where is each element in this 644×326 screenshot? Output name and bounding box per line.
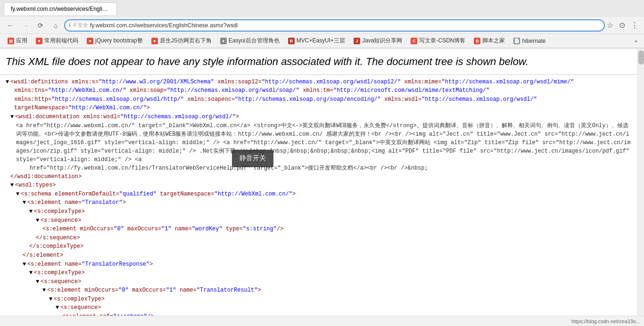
bookmarks-bar: ▦ 应用 ● 常用前端代码 ● jQuery bootstrap整 ● 原生JS… <box>0 34 644 48</box>
collapse-arrow-8[interactable]: ▼ <box>23 260 27 269</box>
active-tab[interactable]: fy.webxml.com.cn/webservices/EnglishChin… <box>4 2 117 15</box>
java-icon: J <box>354 38 360 44</box>
xml-line-20: ▼<s:element minOccurs="0" maxOccurs="1" … <box>6 286 632 295</box>
bookmark-easyui[interactable]: ● Easyui后台管理角色 <box>216 35 283 46</box>
xml-line-7: </wsdl:documentation> <box>6 172 632 181</box>
jiaobenzhi-icon: B <box>474 38 480 44</box>
collapse-arrow-11[interactable]: ▼ <box>42 286 47 295</box>
bookmark-csdn[interactable]: C 写文章-CSDN博客 <box>407 35 469 46</box>
xml-line-6: <a href="http://www.webxml.com.cn/" targ… <box>6 122 632 172</box>
status-bar: https://blog.csdn.net/zea19s... <box>0 316 644 326</box>
xml-line-22: ▼<s:sequence> <box>6 303 632 312</box>
menu-icon[interactable]: ⋮ <box>631 21 638 30</box>
security-label: 不安全 <box>73 22 88 29</box>
xml-line-21: ▼<s:complexType> <box>6 295 632 304</box>
collapse-arrow-5[interactable]: ▼ <box>23 198 27 207</box>
bookmark-frontend[interactable]: ● 常用前端代码 <box>32 35 82 46</box>
bookmark-js[interactable]: ● 原生JS仿网页右下角 <box>148 35 215 46</box>
xml-line-12: ▼<s:sequence> <box>6 216 632 225</box>
bookmark-apps[interactable]: ▦ 应用 <box>4 35 31 46</box>
xml-line-15: </s:complexType> <box>6 242 632 251</box>
xml-line-8: ▼<wsdl:types> <box>6 181 632 190</box>
xml-line-14: </s:sequence> <box>6 234 632 243</box>
collapse-arrow-1[interactable]: ▼ <box>6 78 10 87</box>
bookmark-mvc-label: MVC+EasyUI+三层 <box>297 37 345 45</box>
collapse-arrow-10[interactable]: ▼ <box>36 277 41 286</box>
xml-line-3: xmlns:http="http://schemas.xmlsoap.org/w… <box>6 95 632 104</box>
bookmark-jquery[interactable]: ● jQuery bootstrap整 <box>83 35 147 46</box>
xml-content: ▼<wsdl:definitions xmlns:s="http://www.w… <box>0 75 637 326</box>
frontend-icon: ● <box>36 38 42 44</box>
bookmark-java[interactable]: J Java知识分享网 <box>350 35 406 46</box>
bookmark-jiaobenzhi[interactable]: B 脚本之家 <box>470 35 509 46</box>
js-icon: ● <box>151 38 158 44</box>
bookmark-apps-label: 应用 <box>16 37 27 45</box>
bookmark-hibernate-label: hibernate <box>522 38 545 44</box>
bookmark-mvc[interactable]: B MVC+EasyUI+三层 <box>284 35 349 46</box>
xml-line-11: ▼<s:complexType> <box>6 207 632 216</box>
bookmark-java-label: Java知识分享网 <box>362 37 402 45</box>
collapse-arrow-9[interactable]: ▼ <box>29 269 34 277</box>
page-wrapper: This XML file does not appear to have an… <box>0 49 644 326</box>
bookmark-jiaobenzhi-label: 脚本之家 <box>482 37 505 45</box>
xml-line-1: ▼<wsdl:definitions xmlns:s="http://www.w… <box>6 78 632 87</box>
collapse-arrow-4[interactable]: ▼ <box>16 190 21 199</box>
content-area: This XML file does not appear to have an… <box>0 49 637 326</box>
collapse-arrow-7[interactable]: ▼ <box>36 216 41 225</box>
nav-right-icons: ☆ ⊙ ⋮ <box>607 21 640 30</box>
reload-button[interactable]: ⟳ <box>34 19 47 32</box>
xml-line-5: ▼<wsdl:documentation xmlns:wsdl="http://… <box>6 113 632 122</box>
scrollbar[interactable] <box>637 49 644 326</box>
bookmark-frontend-label: 常用前端代码 <box>44 37 78 45</box>
apps-icon: ▦ <box>8 38 14 44</box>
hibernate-icon: 📄 <box>513 38 520 44</box>
xml-warning: This XML file does not appear to have an… <box>0 49 637 75</box>
collapse-arrow-13[interactable]: ▼ <box>56 303 60 312</box>
xml-line-10: ▼<s:element name="Translator"> <box>6 198 632 207</box>
address-bar[interactable]: ℹ 不安全 fy.webxml.com.cn/webservices/Engli… <box>64 19 605 32</box>
bookmark-jquery-label: jQuery bootstrap整 <box>95 37 143 45</box>
easyui-icon: ● <box>220 38 227 44</box>
bookmark-easyui-label: Easyui后台管理角色 <box>229 37 280 45</box>
url-text: fy.webxml.com.cn/webservices/EnglishChin… <box>90 22 600 29</box>
xml-line-18: ▼<s:complexType> <box>6 269 632 277</box>
home-button[interactable]: ⌂ <box>49 19 62 32</box>
collapse-arrow-3[interactable]: ▼ <box>10 181 15 190</box>
xml-line-4: targetNamespace="http://WebXml.com.cn/"> <box>6 104 632 113</box>
browser-chrome: fy.webxml.com.cn/webservices/EnglishChin… <box>0 0 644 49</box>
xml-line-9: ▼<s:schema elementFormDefault="qualified… <box>6 190 632 199</box>
forward-button[interactable]: → <box>19 19 32 32</box>
security-icon: ℹ <box>69 22 71 28</box>
status-url: https://blog.csdn.net/zea19s... <box>571 318 640 324</box>
scrollbar-thumb[interactable] <box>638 50 644 65</box>
tab-bar: fy.webxml.com.cn/webservices/EnglishChin… <box>0 0 644 17</box>
mvc-icon: B <box>288 38 295 44</box>
collapse-arrow-6[interactable]: ▼ <box>29 207 34 216</box>
xml-line-2: xmlns:tns="http://WebXml.com.cn/" xmlns:… <box>6 86 632 95</box>
profile-icon[interactable]: ⊙ <box>619 21 625 30</box>
xml-line-16: </s:element> <box>6 251 632 260</box>
bookmark-star-icon[interactable]: ☆ <box>607 21 613 30</box>
tooltip-mute[interactable]: 静音开关 <box>232 150 273 167</box>
bookmark-csdn-label: 写文章-CSDN博客 <box>419 37 465 45</box>
xml-line-13: <s:element minOccurs="0" maxOccurs="1" n… <box>6 225 632 234</box>
bookmark-hibernate[interactable]: 📄 hibernate <box>510 36 549 46</box>
bookmark-js-label: 原生JS仿网页右下角 <box>160 37 212 45</box>
bookmarks-more-button[interactable]: » <box>632 37 640 45</box>
jquery-icon: ● <box>87 38 93 44</box>
csdn-icon: C <box>411 38 417 44</box>
back-button[interactable]: ← <box>4 19 17 32</box>
collapse-arrow-2[interactable]: ▼ <box>10 113 15 122</box>
nav-bar: ← → ⟳ ⌂ ℹ 不安全 fy.webxml.com.cn/webservic… <box>0 17 644 34</box>
xml-line-19: ▼<s:sequence> <box>6 277 632 286</box>
xml-line-17: ▼<s:element name="TranslatorResponse"> <box>6 260 632 269</box>
collapse-arrow-12[interactable]: ▼ <box>49 295 54 304</box>
page-content: This XML file does not appear to have an… <box>0 49 637 326</box>
